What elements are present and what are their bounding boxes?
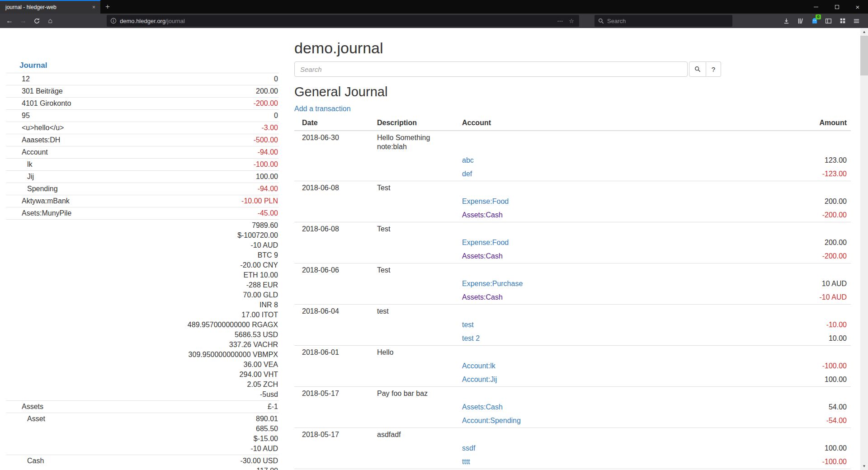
- scroll-up-button[interactable]: ▲: [860, 28, 868, 36]
- sidebar-account-link[interactable]: Cash: [7, 456, 240, 466]
- reload-button[interactable]: [30, 14, 43, 27]
- extension-badge: 0: [816, 14, 821, 19]
- forward-button[interactable]: →: [16, 14, 30, 27]
- site-info-icon[interactable]: [110, 18, 117, 24]
- sidebar-journal-link[interactable]: Journal: [6, 61, 47, 73]
- posting-account-link[interactable]: Account:lk: [462, 362, 495, 370]
- page-actions-icon[interactable]: ⋯: [556, 18, 564, 24]
- sidebar-account-link[interactable]: Account: [7, 147, 258, 157]
- account-balance: -45.00: [258, 208, 278, 218]
- posting-account-link[interactable]: Account:Jij: [462, 376, 497, 383]
- library-button[interactable]: [793, 14, 807, 27]
- posting-row: Expense:Food200.00: [294, 195, 851, 208]
- back-button[interactable]: ←: [3, 14, 16, 27]
- search-help-button[interactable]: ?: [706, 61, 721, 77]
- posting-account-cell: Account:lk: [458, 359, 742, 373]
- journal-table: Date Description Account Amount 2018-06-…: [294, 116, 851, 470]
- sidebar-account-link[interactable]: 95: [7, 111, 274, 121]
- transaction: 2018-06-30Hello Something note:blahabc12…: [294, 131, 851, 181]
- downloads-button[interactable]: [779, 14, 793, 27]
- window-minimize-button[interactable]: [806, 0, 826, 14]
- posting-account-link[interactable]: Expense:Food: [462, 197, 509, 205]
- extensions-grid-button[interactable]: [835, 14, 849, 27]
- spacer-cell: [294, 195, 377, 208]
- spacer-cell: [294, 318, 377, 332]
- balance-amount: 0: [274, 74, 278, 84]
- menu-button[interactable]: [849, 14, 863, 27]
- sidebar-account-link[interactable]: Asets:MunyPile: [7, 208, 258, 218]
- posting-row: Account:Jij100.00: [294, 373, 851, 386]
- posting-account-link[interactable]: Assets:Cash: [462, 403, 503, 411]
- balance-amount: -94.00: [258, 147, 278, 157]
- spacer-cell: [294, 373, 377, 386]
- sidebar-account-link[interactable]: Aktywa:mBank: [7, 196, 241, 206]
- posting-row: ssdf100.00: [294, 442, 851, 455]
- sidebar-toggle-button[interactable]: [821, 14, 835, 27]
- sidebar-account-link[interactable]: Assets: [7, 402, 268, 412]
- sidebar-account-row: <u>hello</u>-3.00: [6, 122, 279, 134]
- sidebar-account-link[interactable]: Asset: [7, 414, 251, 424]
- posting-account-link[interactable]: def: [462, 170, 472, 178]
- transaction-description: asdfadf: [377, 428, 458, 442]
- scroll-down-button[interactable]: ▼: [860, 462, 868, 470]
- bookmark-star-icon[interactable]: ☆: [567, 18, 576, 24]
- col-header-amount: Amount: [742, 116, 851, 130]
- scrollbar-thumb[interactable]: [860, 36, 868, 75]
- posting-account-link[interactable]: Expense:Purchase: [462, 280, 523, 287]
- section-title: General Journal: [294, 84, 868, 99]
- grid-icon: [840, 18, 846, 24]
- sidebar-account-row: 4101 Girokonto-200.00: [6, 97, 279, 109]
- page-scrollbar[interactable]: ▲ ▼: [860, 28, 868, 470]
- url-bar[interactable]: demo.hledger.org/journal ⋯ ☆: [107, 15, 579, 27]
- posting-row: Assets:Cash-200.00: [294, 208, 851, 222]
- balance-amount: 5686.53 USD: [188, 330, 278, 340]
- sidebar-account-link[interactable]: 12: [7, 74, 274, 84]
- sidebar-account-link[interactable]: Jij: [7, 172, 256, 182]
- spacer-cell: [294, 208, 377, 222]
- transaction-description: Test: [377, 222, 458, 236]
- tab-close-icon[interactable]: ×: [90, 3, 98, 11]
- posting-account-link[interactable]: ssdf: [462, 444, 475, 452]
- sidebar-account-row: Spending-94.00: [6, 183, 279, 195]
- posting-account-link[interactable]: Account:Spending: [462, 417, 521, 424]
- page-content: Journal 120301 Beiträge200.004101 Giroko…: [0, 28, 868, 470]
- balance-amount: -94.00: [258, 184, 278, 194]
- journal-search-input[interactable]: [294, 61, 688, 77]
- account-balance: -200.00: [254, 99, 278, 108]
- col-header-date: Date: [294, 116, 377, 130]
- sidebar-account-link[interactable]: <u>hello</u>: [7, 123, 262, 133]
- posting-account-link[interactable]: test 2: [462, 334, 480, 342]
- new-tab-button[interactable]: +: [100, 0, 115, 14]
- add-transaction-link[interactable]: Add a transaction: [294, 105, 351, 113]
- posting-account-link[interactable]: abc: [462, 156, 474, 164]
- ghostery-extension-button[interactable]: 0: [807, 14, 821, 27]
- window-maximize-button[interactable]: [826, 0, 847, 14]
- search-submit-button[interactable]: [689, 61, 706, 77]
- sidebar-account-link[interactable]: Aaasets:DH: [7, 135, 254, 145]
- url-path: /journal: [165, 18, 185, 24]
- browser-search-input[interactable]: [607, 18, 729, 24]
- posting-account-link[interactable]: Assets:Cash: [462, 252, 503, 260]
- posting-account-link[interactable]: Assets:Cash: [462, 293, 503, 301]
- browser-search-bar[interactable]: [594, 15, 732, 27]
- posting-account-link[interactable]: tttt: [462, 458, 470, 465]
- sidebar-account-link[interactable]: Spending: [7, 184, 258, 194]
- posting-account-cell: abc: [458, 154, 742, 167]
- spacer-cell: [294, 154, 377, 167]
- posting-account-cell: Assets:Cash: [458, 208, 742, 222]
- posting-account-link[interactable]: Expense:Food: [462, 239, 509, 246]
- posting-account-link[interactable]: test: [462, 321, 474, 329]
- spacer-cell: [377, 442, 458, 455]
- sidebar-account-link[interactable]: lk: [7, 160, 254, 169]
- sidebar-account-link[interactable]: 4101 Girokonto: [7, 99, 254, 108]
- spacer-cell: [294, 236, 377, 249]
- home-button[interactable]: ⌂: [43, 14, 57, 27]
- spacer-cell: [458, 263, 742, 277]
- posting-account-cell: test: [458, 318, 742, 332]
- window-close-button[interactable]: ×: [847, 0, 868, 14]
- browser-tab[interactable]: journal - hledger-web ×: [0, 0, 100, 14]
- transaction: 2018-05-17Pay foo bar bazAssets:Cash54.0…: [294, 386, 851, 428]
- posting-account-link[interactable]: Assets:Cash: [462, 211, 503, 219]
- balance-amount: 294.00 VHT: [188, 370, 278, 380]
- sidebar-account-link[interactable]: 301 Beiträge: [7, 86, 256, 96]
